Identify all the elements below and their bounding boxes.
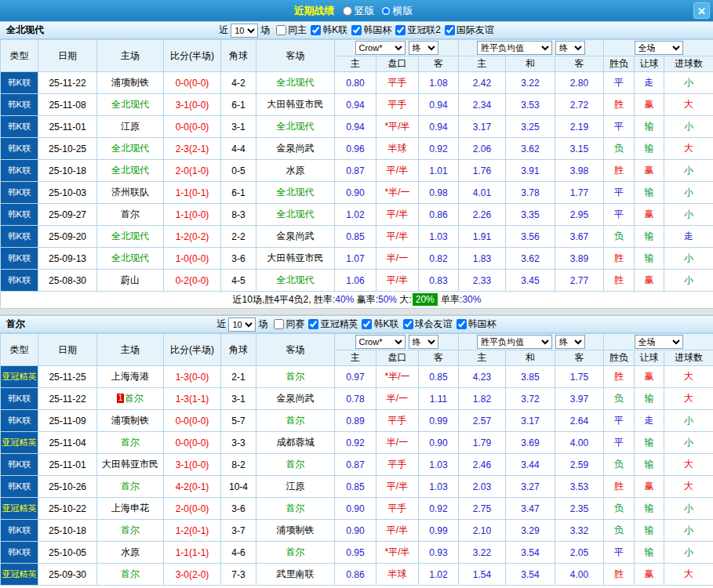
result-outcome: 平 [604, 204, 635, 226]
away-team[interactable]: 首尔 [256, 410, 335, 432]
home-team[interactable]: 全北现代 [97, 226, 164, 248]
filter-option[interactable]: 韩K联 [311, 24, 347, 37]
filter-option-label: 国际友谊 [457, 24, 494, 37]
filter-checkbox[interactable] [457, 319, 467, 329]
filter-checkbox[interactable] [308, 319, 318, 329]
filter-option[interactable]: 同主 [276, 24, 307, 37]
europe-avg-select[interactable]: 胜平负均值 [477, 335, 552, 349]
filter-checkbox[interactable] [395, 25, 406, 35]
home-team[interactable]: 浦项制铁 [97, 72, 164, 94]
away-team[interactable]: 武里南联 [256, 564, 335, 586]
away-team[interactable]: 成都蓉城 [256, 432, 335, 454]
filter-option-label: 韩K联 [322, 24, 347, 37]
europe-away-odds: 3.32 [555, 520, 604, 542]
filter-option[interactable]: 亚冠联2 [395, 24, 441, 37]
asia-away-odds: 0.92 [419, 498, 459, 520]
scope-select[interactable]: 全场 [635, 41, 683, 55]
away-team[interactable]: 首尔 [256, 498, 335, 520]
away-team[interactable]: 金泉尚武 [256, 388, 335, 410]
home-team[interactable]: 全北现代 [97, 160, 164, 182]
matches-body: 韩K联25-11-22浦项制铁0-0(0-0)4-2全北现代0.80平手1.08… [1, 72, 713, 309]
away-team[interactable]: 全北现代 [256, 182, 335, 204]
col-home: 主场 [97, 334, 164, 366]
away-team[interactable]: 江原 [256, 476, 335, 498]
home-team[interactable]: 1首尔 [97, 388, 164, 410]
home-team[interactable]: 水原 [97, 542, 164, 564]
away-team[interactable]: 大田韩亚市民 [256, 248, 335, 270]
filter-checkbox[interactable] [274, 319, 284, 329]
home-team[interactable]: 首尔 [97, 520, 164, 542]
europe-away-odds: 1.75 [555, 366, 604, 388]
home-team[interactable]: 全北现代 [97, 94, 164, 116]
filter-option[interactable]: 国际友谊 [445, 24, 494, 37]
away-team[interactable]: 全北现代 [256, 204, 335, 226]
filter-option[interactable]: 韩国杯 [457, 318, 497, 331]
filter-option[interactable]: 韩K联 [362, 318, 398, 331]
layout-option-vertical[interactable]: 竖版 [343, 4, 375, 18]
asia-home-odds: 0.87 [335, 160, 377, 182]
recent-count-select[interactable]: 10 [228, 318, 256, 332]
away-team[interactable]: 大田韩亚市民 [256, 94, 335, 116]
home-team[interactable]: 上海海港 [97, 366, 164, 388]
europe-away-odds: 3.67 [555, 226, 604, 248]
home-team[interactable]: 首尔 [97, 564, 164, 586]
result-handicap: 输 [635, 520, 664, 542]
home-team[interactable]: 首尔 [97, 204, 164, 226]
match-type: 韩K联 [1, 116, 38, 138]
away-team[interactable]: 浦项制铁 [256, 520, 335, 542]
vertical-radio[interactable] [343, 6, 352, 16]
result-outcome: 负 [604, 138, 635, 160]
filter-option[interactable]: 球会友谊 [403, 318, 453, 331]
odds-company-select[interactable]: Crow* [355, 335, 406, 349]
result-outcome: 平 [604, 542, 635, 564]
asia-handicap: 平手 [377, 454, 419, 476]
europe-home-odds: 1.76 [459, 160, 506, 182]
europe-final-select[interactable]: 终 [555, 335, 585, 349]
horizontal-radio[interactable] [381, 6, 391, 16]
odds-company-select[interactable]: Crow* [355, 41, 406, 55]
away-team[interactable]: 金泉尚武 [256, 226, 335, 248]
filter-option[interactable]: 亚冠精英 [308, 318, 358, 331]
away-team[interactable]: 首尔 [256, 542, 335, 564]
asia-handicap: 平手 [377, 94, 419, 116]
home-team[interactable]: 全北现代 [97, 248, 164, 270]
scope-select[interactable]: 全场 [635, 335, 683, 349]
filter-checkbox[interactable] [403, 319, 413, 329]
asia-final-select[interactable]: 终 [409, 41, 438, 55]
europe-avg-select[interactable]: 胜平负均值 [477, 41, 552, 55]
filter-checkbox[interactable] [311, 25, 321, 35]
recent-count-select[interactable]: 10 [231, 24, 258, 38]
filter-checkbox[interactable] [351, 25, 362, 35]
filter-checkbox[interactable] [362, 319, 372, 329]
asia-final-select[interactable]: 终 [409, 335, 438, 349]
away-team[interactable]: 全北现代 [256, 270, 335, 292]
away-team[interactable]: 金泉尚武 [256, 138, 335, 160]
home-team[interactable]: 全北现代 [97, 138, 164, 160]
col-result-goals: 进球数 [664, 350, 713, 366]
away-team[interactable]: 首尔 [256, 454, 335, 476]
home-team[interactable]: 蔚山 [97, 270, 164, 292]
home-team[interactable]: 济州联队 [97, 182, 164, 204]
away-team[interactable]: 水原 [256, 160, 335, 182]
filter-option[interactable]: 韩国杯 [351, 24, 391, 37]
home-team[interactable]: 大田韩亚市民 [97, 454, 164, 476]
close-icon[interactable]: ✕ [693, 2, 710, 19]
home-team[interactable]: 首尔 [97, 476, 164, 498]
europe-draw-odds: 3.17 [506, 410, 555, 432]
layout-option-horizontal[interactable]: 横版 [381, 4, 413, 18]
away-team[interactable]: 全北现代 [256, 72, 335, 94]
europe-final-select[interactable]: 终 [555, 41, 585, 55]
match-type: 亚冠精英 [1, 366, 38, 388]
home-team[interactable]: 浦项制铁 [97, 410, 164, 432]
home-team[interactable]: 江原 [97, 116, 164, 138]
home-team[interactable]: 首尔 [97, 432, 164, 454]
result-goals: 走 [664, 226, 713, 248]
filter-checkbox[interactable] [445, 25, 455, 35]
europe-home-odds: 4.23 [459, 366, 506, 388]
asia-home-odds: 0.95 [335, 542, 377, 564]
filter-checkbox[interactable] [276, 25, 286, 35]
home-team[interactable]: 上海申花 [97, 498, 164, 520]
filter-option[interactable]: 同赛 [274, 318, 304, 331]
away-team[interactable]: 全北现代 [256, 116, 335, 138]
away-team[interactable]: 首尔 [256, 366, 335, 388]
